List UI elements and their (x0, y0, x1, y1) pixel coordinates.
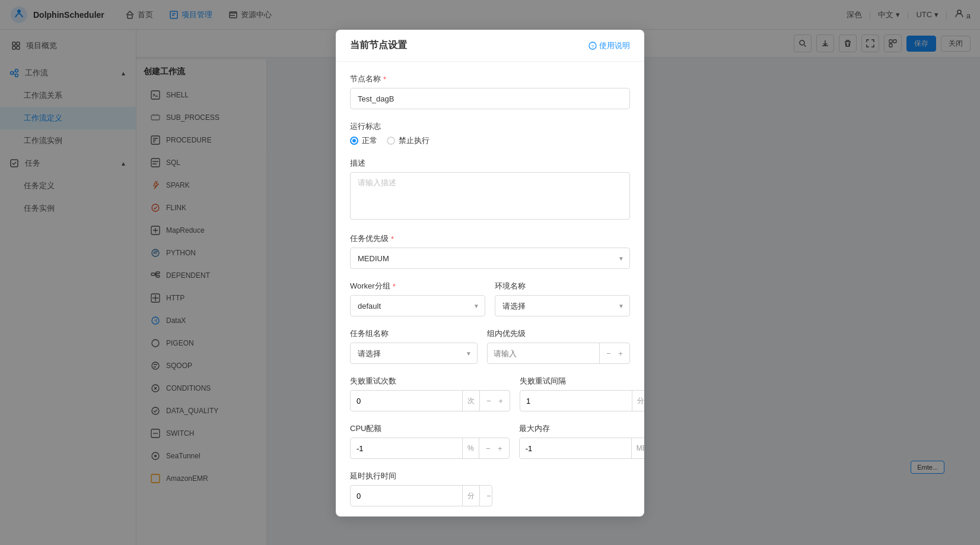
max-memory-input[interactable] (520, 444, 631, 453)
priority-select[interactable]: MEDIUM LOW HIGH HIGHEST (350, 248, 630, 269)
priority-label: 任务优先级 * (350, 233, 630, 244)
form-env: 环境名称 请选择 (495, 281, 630, 316)
radio-disabled-circle (387, 137, 395, 145)
fail-retry-times-label: 失败重试次数 (350, 376, 510, 386)
delay-exec-minus[interactable]: − (483, 490, 492, 501)
fail-retry-times-controls: − + (479, 391, 510, 411)
delay-exec-input[interactable] (351, 492, 462, 500)
fail-retry-interval-unit: 分 (632, 391, 644, 411)
fail-retry-times-input[interactable] (351, 397, 462, 405)
form-node-name: 节点名称 * (350, 74, 630, 109)
group-priority-plus[interactable]: + (615, 348, 626, 359)
desc-label: 描述 (350, 158, 630, 169)
task-group-select[interactable]: 请选择 (350, 343, 478, 364)
modal-header: 当前节点设置 ? 使用说明 (336, 30, 644, 62)
cpu-quota-field: % − + (350, 438, 510, 459)
run-flag-label: 运行标志 (350, 121, 630, 132)
cpu-quota-minus[interactable]: − (483, 443, 494, 454)
cpu-quota-controls: − + (479, 438, 509, 458)
modal-body: 节点名称 * 运行标志 正常 禁止执行 (336, 62, 644, 517)
desc-input[interactable] (350, 172, 630, 220)
delay-exec-unit: 分 (462, 486, 479, 506)
form-worker-env: Worker分组 * default 环境名称 请选择 (350, 281, 630, 316)
form-fail-interval: 失败重试间隔 分 − + (520, 376, 644, 411)
form-fail-times: 失败重试次数 次 − + (350, 376, 510, 411)
env-select[interactable]: 请选择 (495, 295, 630, 316)
form-desc: 描述 (350, 158, 630, 221)
fail-retry-interval-input[interactable] (520, 397, 632, 405)
delay-exec-label: 延时执行时间 (350, 471, 630, 481)
fail-retry-interval-label: 失败重试间隔 (520, 376, 644, 386)
fail-retry-times-unit: 次 (462, 391, 479, 411)
priority-required: * (391, 235, 394, 243)
form-delay-exec: 延时执行时间 分 − + (350, 471, 630, 506)
worker-group-select[interactable]: default (350, 295, 485, 316)
form-taskgroup-priority: 任务组名称 请选择 组内优先级 − + (350, 328, 630, 364)
env-label: 环境名称 (495, 281, 630, 291)
node-name-required: * (383, 75, 386, 84)
group-priority-minus[interactable]: − (603, 348, 614, 359)
delay-exec-field: 分 − + (350, 485, 492, 506)
group-priority-input[interactable] (488, 349, 599, 358)
group-priority-label: 组内优先级 (487, 328, 630, 339)
modal-title: 当前节点设置 (350, 39, 407, 52)
svg-text:?: ? (591, 44, 594, 49)
run-flag-disabled[interactable]: 禁止执行 (387, 135, 429, 146)
form-cpu-quota: CPU配额 % − + (350, 423, 510, 459)
form-run-flag: 运行标志 正常 禁止执行 (350, 121, 630, 146)
modal-help-link[interactable]: ? 使用说明 (588, 40, 630, 51)
max-memory-label: 最大内存 (519, 423, 644, 434)
run-flag-normal[interactable]: 正常 (350, 135, 377, 146)
cpu-quota-plus[interactable]: + (495, 443, 505, 454)
delay-exec-controls: − + (479, 486, 492, 506)
fail-retry-times-field: 次 − + (350, 390, 510, 411)
fail-retry-interval-field: 分 − + (520, 390, 644, 411)
fail-retry-times-minus[interactable]: − (483, 395, 494, 406)
radio-normal-circle (350, 137, 358, 145)
task-group-select-wrapper: 请选择 (350, 343, 478, 364)
form-group-priority: 组内优先级 − + (487, 328, 630, 364)
form-worker-group: Worker分组 * default (350, 281, 485, 316)
cpu-quota-unit: % (462, 438, 479, 458)
modal-help-label: 使用说明 (599, 40, 630, 51)
form-task-group-name: 任务组名称 请选择 (350, 328, 478, 364)
form-fail-retry: 失败重试次数 次 − + 失败重试间隔 分 (350, 376, 630, 411)
run-flag-disabled-label: 禁止执行 (399, 135, 429, 146)
fail-retry-times-plus[interactable]: + (495, 395, 506, 406)
run-flag-group: 正常 禁止执行 (350, 135, 630, 146)
modal-overlay: 当前节点设置 ? 使用说明 节点名称 * 运行标志 (0, 0, 980, 545)
node-name-input[interactable] (350, 88, 630, 109)
form-priority: 任务优先级 * MEDIUM LOW HIGH HIGHEST (350, 233, 630, 269)
worker-required: * (393, 282, 396, 291)
worker-select-wrapper: default (350, 295, 485, 316)
run-flag-normal-label: 正常 (362, 135, 377, 146)
env-select-wrapper: 请选择 (495, 295, 630, 316)
cpu-quota-label: CPU配额 (350, 423, 510, 434)
priority-select-wrapper: MEDIUM LOW HIGH HIGHEST (350, 248, 630, 269)
help-icon: ? (588, 42, 597, 50)
cpu-quota-input[interactable] (351, 444, 462, 453)
task-group-label: 任务组名称 (350, 328, 478, 339)
max-memory-unit: MB (631, 438, 644, 458)
worker-group-label: Worker分组 * (350, 281, 485, 291)
form-cpu-memory: CPU配额 % − + 最大内存 MB (350, 423, 630, 459)
max-memory-field: MB − + (519, 438, 644, 459)
group-priority-controls: − + (599, 343, 629, 363)
node-name-label: 节点名称 * (350, 74, 630, 84)
form-max-memory: 最大内存 MB − + (519, 423, 644, 459)
group-priority-field: − + (487, 343, 630, 364)
node-settings-modal: 当前节点设置 ? 使用说明 节点名称 * 运行标志 (336, 30, 644, 517)
